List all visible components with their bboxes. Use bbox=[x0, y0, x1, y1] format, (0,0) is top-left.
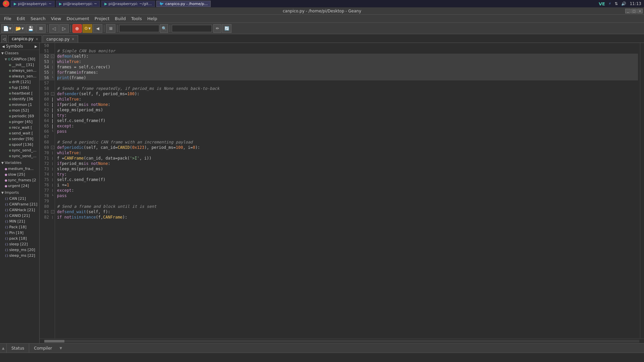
import-CANFrame[interactable]: {} CANFrame [21] bbox=[0, 201, 39, 207]
var-medium-frame[interactable]: ● medium_fra... bbox=[0, 166, 39, 172]
terminal-tab-2[interactable]: ▶ pi@raspberrypi: ~ bbox=[56, 1, 100, 7]
import-CANHack[interactable]: {} CANHack [21] bbox=[0, 207, 39, 213]
hscroll-track[interactable] bbox=[44, 340, 639, 343]
canpico-label: CANPico [30] bbox=[11, 57, 35, 61]
sidebar-expand-arrow[interactable]: ▶ bbox=[35, 45, 37, 48]
save-button[interactable]: 💾 bbox=[26, 24, 36, 33]
fold-69[interactable]: - bbox=[51, 146, 54, 149]
menu-edit[interactable]: Edit bbox=[14, 15, 28, 22]
terminal-tab-3[interactable]: ▶ pi@raspberrypi: ~/git... bbox=[101, 1, 155, 7]
import-MIN[interactable]: {} MIN [21] bbox=[0, 219, 39, 224]
right-panel bbox=[640, 43, 644, 339]
import-pack[interactable]: {} pack [18] bbox=[0, 236, 39, 241]
code-line-65: except: bbox=[57, 123, 638, 129]
method-minmon[interactable]: ⊕ minmon [1 bbox=[0, 102, 39, 108]
code-line-67 bbox=[57, 134, 638, 139]
minimize-button[interactable]: _ bbox=[625, 9, 631, 13]
close-button[interactable]: × bbox=[637, 9, 643, 13]
new-button[interactable]: 📄 ▼ bbox=[1, 24, 13, 33]
var-sync-frames[interactable]: ● sync_frames [2 bbox=[0, 177, 39, 183]
build-button[interactable]: ⚙ ▼ bbox=[83, 24, 93, 33]
menu-project[interactable]: Project bbox=[92, 15, 112, 22]
panel-tab-compiler[interactable]: Compiler bbox=[29, 344, 57, 353]
classes-header[interactable]: ▼ Classes bbox=[0, 50, 39, 56]
method-send-wait[interactable]: ⊕ send_wait [ bbox=[0, 130, 39, 136]
code-line-82: if not isinstance(f, CANFrame): bbox=[57, 215, 638, 220]
method-always-send-1[interactable]: ⊕ always_sen... bbox=[0, 68, 39, 73]
menu-tools[interactable]: Tools bbox=[128, 15, 145, 22]
method-sync-send-1[interactable]: ⊕ sync_send_... bbox=[0, 147, 39, 153]
sidebar-collapse-arrow[interactable]: ◀ bbox=[2, 45, 5, 48]
panel-tab-status[interactable]: Status bbox=[7, 344, 29, 353]
terminal-tab-1[interactable]: ▶ pi@raspberrypi: ~ bbox=[11, 1, 55, 7]
method-identify[interactable]: ⊕ identify [36 bbox=[0, 96, 39, 102]
open-button[interactable]: 📂 ▼ bbox=[14, 24, 25, 33]
import-sleep-ms-1[interactable]: {} sleep_ms [20] bbox=[0, 247, 39, 253]
jump-to-button[interactable]: ⊞ bbox=[106, 24, 115, 33]
tab-canpico-close[interactable]: × bbox=[36, 37, 38, 41]
hscroll-thumb[interactable] bbox=[44, 340, 64, 343]
method-drift[interactable]: ⊕ drift [121] bbox=[0, 79, 39, 85]
search-button[interactable]: 🔍 bbox=[160, 24, 168, 33]
var-slow[interactable]: ● slow [25] bbox=[0, 172, 39, 177]
method-periodic[interactable]: ⊕ periodic [69 bbox=[0, 113, 39, 119]
redo-button[interactable]: ▷ bbox=[59, 24, 69, 33]
maximize-button[interactable]: □ bbox=[631, 9, 637, 13]
tab-canpico[interactable]: canpico.py × bbox=[8, 35, 42, 43]
panel-up-arrow[interactable]: ▲ bbox=[0, 344, 7, 353]
tab-canpcap-close[interactable]: × bbox=[71, 37, 74, 41]
menu-search[interactable]: Search bbox=[28, 15, 48, 22]
geany-tab[interactable]: 🐦 canpico.py - /home/p... bbox=[156, 1, 211, 7]
import-CANID[interactable]: {} CANID [21] bbox=[0, 213, 39, 219]
run-compile-button[interactable]: ⊕ bbox=[72, 24, 82, 33]
method-heartbeat[interactable]: ⊕ heartbeat [ bbox=[0, 90, 39, 96]
code-line-51: # Simple CAN bus monitor bbox=[57, 48, 638, 54]
stop-button[interactable]: ◀ bbox=[93, 24, 102, 33]
fold-81[interactable]: - bbox=[51, 210, 54, 214]
tab-canpcap[interactable]: canpcap.py × bbox=[43, 35, 78, 43]
import-sleep-ms-2[interactable]: {} sleep_ms [22] bbox=[0, 253, 39, 258]
code-line-77: except: bbox=[57, 188, 638, 193]
method-recv-wait[interactable]: ⊕ recv_wait [ bbox=[0, 125, 39, 130]
code-line-74: try: bbox=[57, 172, 638, 177]
method-sender[interactable]: ⊕ sender [59] bbox=[0, 136, 39, 142]
code-line-79 bbox=[57, 198, 638, 204]
fold-52[interactable]: - bbox=[51, 55, 54, 58]
menu-file[interactable]: File bbox=[1, 15, 14, 22]
hscrollbar[interactable] bbox=[40, 339, 644, 343]
import-sleep[interactable]: {} sleep [22] bbox=[0, 241, 39, 247]
method-spoof[interactable]: ⊕ spoof [136] bbox=[0, 142, 39, 147]
method-init[interactable]: ⊕ __init__ [31] bbox=[0, 62, 39, 68]
menu-help[interactable]: Help bbox=[145, 15, 160, 22]
fold-59[interactable]: - bbox=[51, 92, 54, 96]
sidebar-header: ◀ Symbols ▶ bbox=[0, 43, 39, 50]
import-Pin[interactable]: {} Pin [19] bbox=[0, 230, 39, 236]
menu-build[interactable]: Build bbox=[112, 15, 128, 22]
replace-all-button[interactable]: 🔄 bbox=[222, 24, 231, 33]
save-all-button[interactable]: ⊞ bbox=[36, 24, 46, 33]
taskbar-left: 🍓 ▶ pi@raspberrypi: ~ ▶ pi@raspberrypi: … bbox=[3, 0, 211, 7]
imports-header[interactable]: ▼ Imports bbox=[0, 189, 39, 196]
os-icon[interactable]: 🍓 bbox=[3, 0, 9, 7]
panel-down-arrow[interactable]: ▼ bbox=[57, 344, 64, 353]
import-Pack[interactable]: {} Pack [18] bbox=[0, 224, 39, 230]
method-pinger[interactable]: ⊕ pinger [45] bbox=[0, 119, 39, 125]
menu-document[interactable]: Document bbox=[64, 15, 92, 22]
code-content[interactable]: # Simple CAN bus monitor def mon(self): … bbox=[55, 43, 640, 339]
sidebar-toggle[interactable]: ◁ bbox=[1, 35, 7, 43]
menu-view[interactable]: View bbox=[48, 15, 64, 22]
method-fup[interactable]: ⊕ fup [106] bbox=[0, 85, 39, 90]
method-always-send-2[interactable]: ⊕ always_sen... bbox=[0, 73, 39, 79]
method-mon[interactable]: ⊕ mon [52] bbox=[0, 108, 39, 113]
replace-button[interactable]: ✏ bbox=[213, 24, 221, 33]
undo-button[interactable]: ◁ bbox=[49, 24, 59, 33]
search-input[interactable] bbox=[119, 25, 159, 32]
code-scroll-area[interactable]: 50 51 52 53 54 55 56 57 58 59 60 61 62 6… bbox=[40, 43, 644, 339]
replace-input[interactable] bbox=[172, 25, 212, 32]
import-CAN[interactable]: {} CAN [21] bbox=[0, 196, 39, 201]
variables-header[interactable]: ▼ Variables bbox=[0, 160, 39, 166]
panel-tabs-row: ▲ Status Compiler ▼ bbox=[0, 344, 644, 353]
var-urgent[interactable]: ● urgent [24] bbox=[0, 183, 39, 189]
canpico-class-header[interactable]: ▼ ⊙ CANPico [30] bbox=[0, 56, 39, 62]
method-sync-send-2[interactable]: ⊕ sync_send_... bbox=[0, 153, 39, 159]
